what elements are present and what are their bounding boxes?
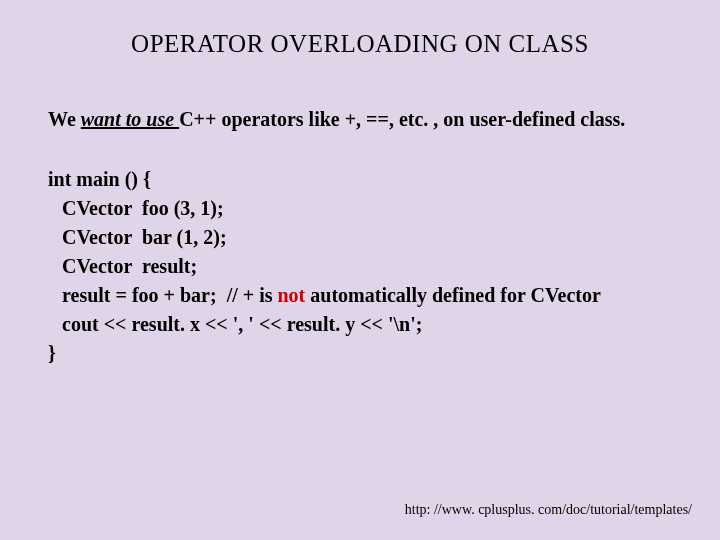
intro-underlined: want to use [81, 108, 179, 130]
intro-post: C++ operators like +, ==, etc. , on user… [179, 108, 625, 130]
code-line-5b: automatically defined for CVector [305, 284, 601, 306]
code-line-4: CVector result; [48, 252, 672, 281]
intro-pre: We [48, 108, 81, 130]
slide-container: OPERATOR OVERLOADING ON CLASS We want to… [0, 0, 720, 540]
code-line-1: int main () { [48, 165, 672, 194]
code-line-6: cout << result. x << ', ' << result. y <… [48, 310, 672, 339]
code-line-5-red: not [277, 284, 305, 306]
code-line-5a: result = foo + bar; // + is [62, 284, 277, 306]
code-line-3: CVector bar (1, 2); [48, 223, 672, 252]
slide-title: OPERATOR OVERLOADING ON CLASS [48, 30, 672, 58]
code-line-2: CVector foo (3, 1); [48, 194, 672, 223]
code-block: int main () { CVector foo (3, 1); CVecto… [48, 165, 672, 368]
footer-url: http: //www. cplusplus. com/doc/tutorial… [405, 502, 692, 518]
code-line-7: } [48, 339, 672, 368]
intro-sentence: We want to use C++ operators like +, ==,… [48, 108, 672, 131]
code-line-5: result = foo + bar; // + is not automati… [48, 281, 672, 310]
